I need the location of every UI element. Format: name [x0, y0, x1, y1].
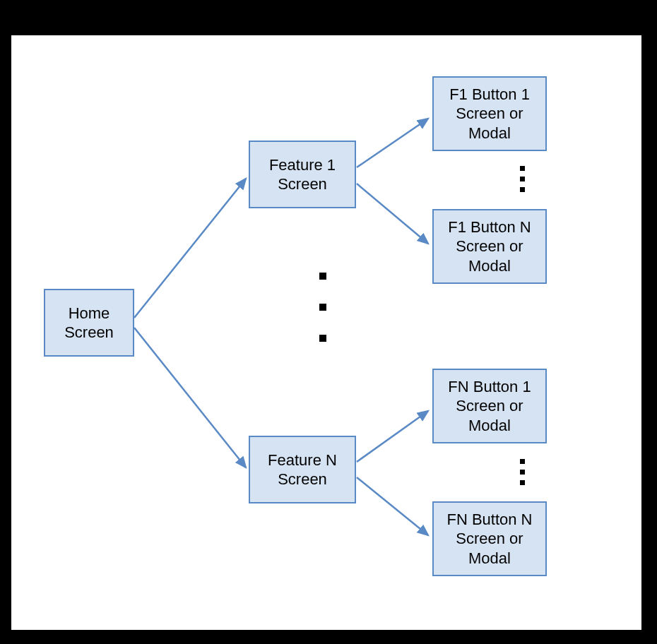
ellipsis-f1 [520, 166, 525, 192]
dot-icon [319, 273, 326, 280]
svg-line-0 [134, 179, 246, 318]
svg-line-2 [357, 119, 428, 167]
node-label: F1 Button N Screen or Modal [438, 217, 541, 276]
node-label: Feature 1 Screen [254, 155, 350, 194]
svg-line-5 [357, 477, 428, 535]
dot-icon [319, 335, 326, 342]
dot-icon [520, 480, 525, 485]
dot-icon [520, 166, 525, 171]
dot-icon [319, 304, 326, 311]
ellipsis-fn [520, 459, 525, 485]
dot-icon [520, 459, 525, 464]
node-f1-button-n: F1 Button N Screen or Modal [432, 209, 547, 284]
svg-line-1 [134, 328, 246, 467]
node-home-screen: Home Screen [44, 289, 134, 357]
node-label: Feature N Screen [254, 451, 350, 489]
node-fn-button-1: FN Button 1 Screen or Modal [432, 369, 547, 443]
svg-line-4 [357, 411, 428, 462]
node-label: Home Screen [49, 304, 129, 342]
node-label: FN Button N Screen or Modal [438, 510, 541, 568]
node-feature-1: Feature 1 Screen [249, 141, 356, 208]
node-f1-button-1: F1 Button 1 Screen or Modal [432, 76, 547, 151]
svg-line-3 [357, 184, 428, 244]
diagram-frame: Home Screen Feature 1 Screen Feature N S… [10, 34, 643, 631]
ellipsis-center [319, 273, 326, 342]
node-fn-button-n: FN Button N Screen or Modal [432, 501, 547, 576]
node-feature-n: Feature N Screen [249, 436, 356, 503]
node-label: F1 Button 1 Screen or Modal [438, 85, 541, 143]
dot-icon [520, 187, 525, 192]
node-label: FN Button 1 Screen or Modal [438, 377, 541, 436]
dot-icon [520, 470, 525, 475]
dot-icon [520, 177, 525, 181]
